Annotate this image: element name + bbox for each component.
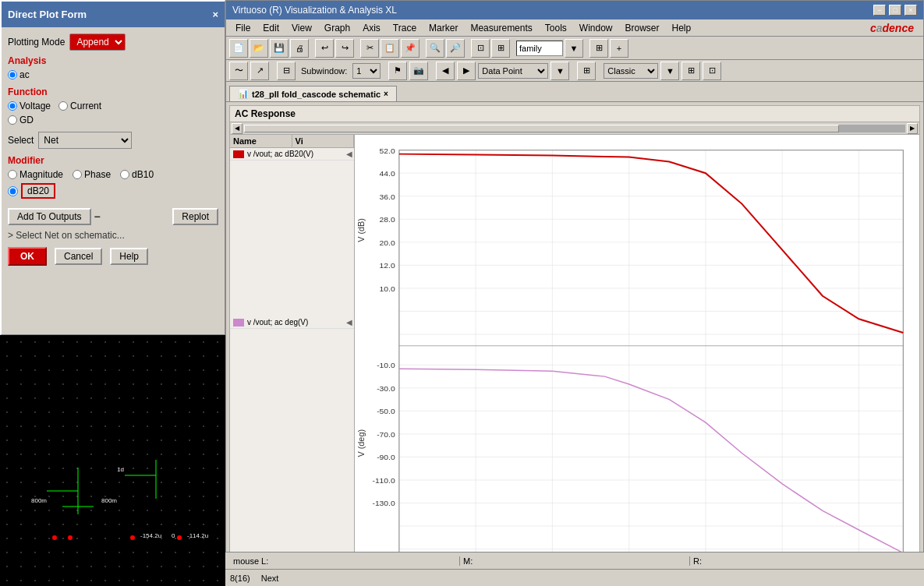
tb-print-btn[interactable]: 🖨 [290,39,309,58]
minus-btn[interactable]: − [94,210,101,223]
plot-main: Name Vi v /vout; ac dB20(V) ◀ v /vout; a… [230,135,919,580]
tb-cursor-btn[interactable]: + [610,39,628,58]
tb-grid-btn[interactable]: ⊞ [589,39,608,58]
tb2-axis-btn[interactable]: ⊞ [577,62,596,80]
tb2-arrow-right[interactable]: ▶ [457,62,476,80]
svg-text:44.0: 44.0 [380,169,395,178]
mouse-l-status: mouse L: [230,556,460,566]
menu-edit[interactable]: Edit [257,21,285,35]
tb-save-btn[interactable]: 💾 [270,39,289,58]
legend-header: Name Vi [230,135,354,148]
phase-radio[interactable]: Phase [73,169,111,180]
svg-text:52.0: 52.0 [380,146,395,155]
magnitude-radio[interactable]: Magnitude [8,169,63,180]
add-to-outputs-btn[interactable]: Add To Outputs [8,208,91,225]
select-dropdown[interactable]: Net [38,132,132,149]
svg-text:0: 0 [172,532,175,539]
tb-cut-btn[interactable]: ✂ [360,39,379,58]
plotting-mode-dropdown[interactable]: Append [69,34,126,51]
minimize-btn[interactable]: − [873,5,886,16]
scroll-track[interactable] [244,125,905,132]
menu-measurements[interactable]: Measurements [464,21,538,35]
menu-view[interactable]: View [285,21,318,35]
voltage-radio[interactable]: Voltage [8,101,51,111]
tb-open-btn[interactable]: 📂 [250,39,268,58]
menu-browser[interactable]: Browser [619,21,666,35]
tb-zoom-fit-btn[interactable]: ⊡ [471,39,490,58]
svg-point-15 [130,535,135,540]
classic-select[interactable]: Classic [604,63,658,79]
analysis-ac-radio[interactable]: ac [8,69,30,80]
tb2-export-btn[interactable]: ⊡ [703,62,721,80]
tb2-subwin-icon[interactable]: ⊟ [277,62,296,80]
menu-graph[interactable]: Graph [318,21,356,35]
panel-close-btn[interactable]: × [212,9,218,20]
scroll-left-btn[interactable]: ◀ [232,123,243,134]
db10-radio[interactable]: dB10 [120,169,154,180]
tb-copy-btn[interactable]: 📋 [381,39,399,58]
svg-text:-110.0: -110.0 [372,476,395,485]
svg-text:36.0: 36.0 [380,192,395,201]
menu-window[interactable]: Window [573,21,619,35]
db20-radio[interactable] [8,186,18,196]
help-btn[interactable]: Help [110,248,148,265]
cancel-btn[interactable]: Cancel [55,248,102,265]
tb2-wave-btn[interactable]: 〜 [229,62,248,80]
menu-file[interactable]: File [229,21,257,35]
tb-paste-btn[interactable]: 📌 [401,39,420,58]
menu-tools[interactable]: Tools [539,21,573,35]
svg-text:800m: 800m [31,497,47,504]
legend-vi-header: Vi [292,135,355,147]
tb2-dp-arrow[interactable]: ▼ [551,62,569,80]
current-radio[interactable]: Current [58,101,101,111]
scroll-right-btn[interactable]: ▶ [907,123,918,134]
trace2-label: v /vout; ac deg(V) [247,318,308,327]
legend-row-trace1[interactable]: v /vout; ac dB20(V) ◀ [230,148,354,161]
tabbar: 📊 t28_pll fold_cascode schematic × [226,82,923,102]
trace1-arrow[interactable]: ◀ [346,150,352,158]
trace1-color [233,150,244,158]
tb2-cursor-btn[interactable]: ↗ [250,62,269,80]
menu-axis[interactable]: Axis [356,21,387,35]
scroll-thumb[interactable] [244,125,839,132]
h-scrollbar[interactable]: ◀ ▶ [230,122,919,135]
ok-btn[interactable]: OK [8,247,47,266]
tb-zoom-out-btn[interactable]: 🔎 [446,39,465,58]
menu-marker[interactable]: Marker [423,21,464,35]
menu-trace[interactable]: Trace [387,21,423,35]
menu-help[interactable]: Help [666,21,698,35]
tb-undo-btn[interactable]: ↩ [315,39,334,58]
tb2-flag-btn[interactable]: ⚑ [388,62,407,80]
panel-title: Direct Plot Form [8,9,87,20]
next-btn[interactable]: Next [261,574,279,583]
maximize-btn[interactable]: □ [889,5,901,16]
r-status: R: [690,556,919,566]
family-input[interactable] [516,41,563,56]
gd-radio[interactable]: GD [8,115,34,125]
tb-new-btn[interactable]: 📄 [229,39,248,58]
tb2-arrow-left[interactable]: ◀ [436,62,455,80]
tb-zoom-area-btn[interactable]: ⊞ [491,39,510,58]
tb-zoom-in-btn[interactable]: 🔍 [426,39,444,58]
svg-text:10.0: 10.0 [380,284,395,293]
datapoint-select[interactable]: Data Point [478,63,548,79]
direct-plot-form-panel: Direct Plot Form × Plotting Mode Append … [0,0,225,335]
svg-text:-10.0: -10.0 [377,362,395,370]
tab-close-btn[interactable]: × [384,90,388,98]
legend-panel: Name Vi v /vout; ac dB20(V) ◀ v /vout; a… [230,135,355,580]
menubar: File Edit View Graph Axis Trace Marker M… [226,19,923,37]
legend-row-trace2[interactable]: v /vout; ac deg(V) ◀ [230,316,354,329]
subwindow-select[interactable]: 1 [352,63,381,79]
tb2-camera-btn[interactable]: 📷 [409,62,428,80]
tb2-classic-arrow[interactable]: ▼ [660,62,679,80]
schematic-area: 800m 800m 1d -154.2u 0 -114.2u [0,335,225,586]
tb2-layout-btn[interactable]: ⊞ [681,62,700,80]
close-btn[interactable]: × [905,5,917,16]
replot-btn[interactable]: Replot [172,208,218,225]
tb-family-btn[interactable]: ▼ [565,39,583,58]
modifier-section-label: Modifier [8,155,218,166]
main-tab[interactable]: 📊 t28_pll fold_cascode schematic × [229,86,397,101]
trace2-arrow[interactable]: ◀ [346,318,352,327]
tab-label: t28_pll fold_cascode schematic [252,90,381,99]
tb-redo-btn[interactable]: ↪ [335,39,354,58]
